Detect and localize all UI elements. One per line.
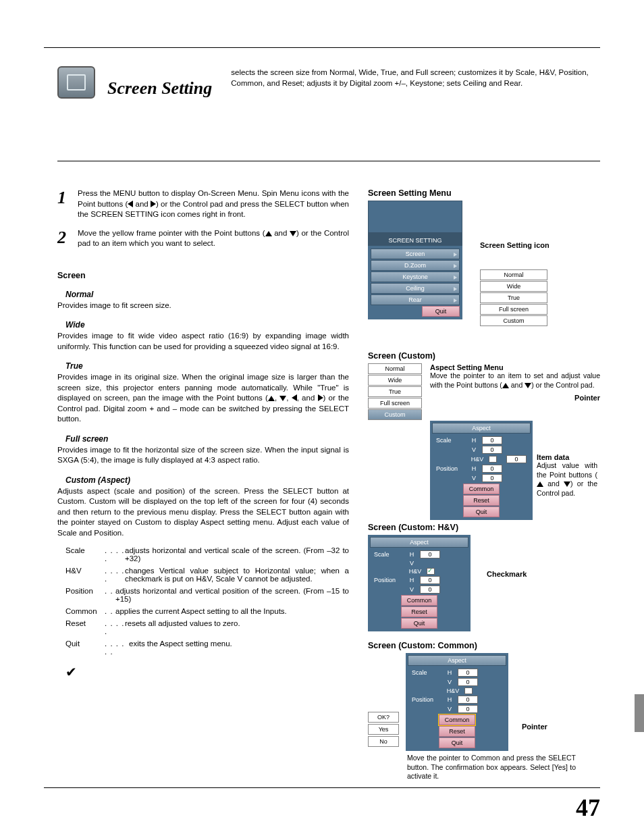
step-2: 2 Move the yellow frame pointer with the… (57, 228, 349, 249)
submenu-item[interactable]: Normal (368, 363, 422, 374)
menu-item[interactable]: Rear (371, 294, 460, 305)
menu-label: SCREEN SETTING (368, 233, 462, 246)
aspect-row: V0 (370, 585, 468, 594)
aspect-button[interactable]: Common (463, 484, 500, 494)
dots: . . . . . (105, 567, 125, 583)
dl-term: Reset (65, 619, 105, 635)
right-heading: Screen (Custom: H&V) (368, 523, 600, 532)
menu-quit[interactable]: Quit (422, 306, 460, 317)
body-text: Provides image to fit screen size. (57, 301, 349, 311)
aspect-button[interactable]: Common (439, 714, 475, 725)
menu-box: Screen D.Zoom Keystone Ceiling Rear Quit (368, 246, 462, 319)
checkmark-icon: ✔ (57, 664, 349, 680)
dl-row: Common. .applies the current Aspect sett… (65, 607, 349, 615)
rule-bottom (44, 787, 600, 788)
aspect-value[interactable]: 0 (482, 474, 502, 482)
dl-def: adjusts horizontal and vertical scale of… (125, 546, 349, 563)
dl-def: exits the Aspect setting menu. (129, 640, 349, 656)
aspect-button[interactable]: Quit (401, 618, 437, 629)
menu-outline: SCREEN SETTING Screen D.Zoom Keystone Ce… (368, 201, 462, 319)
menu-figure: SCREEN SETTING Screen D.Zoom Keystone Ce… (368, 201, 600, 327)
no-button[interactable]: No (368, 736, 399, 747)
triangle-down-icon (279, 396, 286, 401)
common-figure: OK? Yes No Aspect ScaleH0 V0 H&V Positio… (368, 653, 600, 751)
submenu-item[interactable]: Wide (368, 375, 422, 386)
yes-button[interactable]: Yes (368, 724, 399, 735)
checkbox-checked[interactable] (427, 568, 435, 575)
triangle-up-icon (265, 231, 272, 236)
header: Screen Setting selects the screen size f… (57, 66, 600, 99)
menu-item[interactable]: Screen (371, 249, 460, 259)
aspect-button[interactable]: Quit (463, 506, 500, 517)
dl-term: Position (65, 587, 105, 603)
section-heading: Screen (57, 271, 349, 280)
aspect-row: V0 (432, 445, 531, 454)
submenu-item[interactable]: Custom (480, 315, 547, 326)
hv-figure: Aspect ScaleH0 V H&V PositionH0 V0 Commo… (368, 535, 600, 631)
submenu-item[interactable]: Full screen (480, 304, 547, 315)
aspect-row: H&V (370, 567, 468, 575)
submenu-list: Normal Wide True Full screen Custom (368, 363, 422, 421)
submenu-list: Normal Wide True Full screen Custom (480, 269, 547, 326)
submenu-item[interactable]: Full screen (368, 398, 422, 409)
common-text: Move the pointer to Common and press the… (407, 754, 576, 781)
page: Screen Setting selects the screen size f… (0, 0, 644, 834)
aspect-button[interactable]: Reset (439, 726, 475, 737)
item-data-callout: Item data Adjust value with the Point bu… (537, 453, 597, 520)
aspect-value[interactable]: 0 (482, 436, 502, 444)
aspect-button[interactable]: Reset (401, 606, 437, 617)
triangle-up-icon (537, 481, 543, 487)
aspect-value[interactable]: 0 (482, 446, 502, 454)
aspect-panel: Aspect ScaleH0 V0 H&V0 PositionH0 V0 Com… (430, 421, 533, 520)
body-text: Provides image in its original size. Whe… (57, 372, 349, 425)
rule-head (57, 161, 600, 161)
sub-heading-fullscreen: Full screen (57, 434, 349, 444)
step-number: 1 (57, 190, 78, 220)
step-1: 1 Press the MENU button to display On-Sc… (57, 188, 349, 220)
dl-def: changes Vertical value subject to Horizo… (125, 567, 349, 583)
aspect-callout: Aspect Setting Menu Move the pointer to … (430, 363, 600, 402)
submenu-item[interactable]: True (480, 292, 547, 303)
aspect-row: ScaleH0 (370, 550, 468, 559)
aspect-value[interactable]: 0 (506, 455, 527, 463)
callout: Screen Setting icon (480, 241, 549, 249)
menu-item[interactable]: Keystone (371, 271, 460, 282)
aspect-value[interactable]: 0 (482, 465, 502, 473)
dots: . . . . . . (105, 640, 129, 656)
submenu-item[interactable]: True (368, 386, 422, 397)
aspect-row: PositionH0 (370, 575, 468, 585)
submenu-item[interactable]: Normal (480, 269, 547, 280)
checkbox[interactable] (489, 456, 497, 463)
dots: . . . . . (105, 619, 125, 635)
aspect-row: V0 (432, 473, 531, 483)
aspect-row: PositionH0 (432, 464, 531, 473)
triangle-down-icon (290, 231, 296, 236)
submenu-item[interactable]: Wide (480, 281, 547, 292)
triangle-right-icon (318, 394, 323, 401)
body-text: Adjusts aspect (scale and position) of t… (57, 486, 349, 539)
callout: Pointer (522, 723, 547, 731)
sub-heading-custom: Custom (Aspect) (57, 475, 349, 485)
submenu-item[interactable]: Custom (368, 409, 422, 420)
checkbox[interactable] (464, 687, 473, 694)
dots: . . (105, 587, 115, 603)
aspect-button[interactable]: Quit (439, 737, 475, 748)
item-data-text: Adjust value with the Point buttons ( an… (537, 461, 597, 498)
triangle-left-icon (128, 201, 133, 207)
thumb-tab (635, 694, 644, 732)
dl-term: H&V (65, 567, 105, 583)
dl-def: adjusts horizontal and vertical position… (115, 587, 349, 603)
dl-term: Quit (65, 640, 105, 656)
menu-item[interactable]: Ceiling (371, 283, 460, 294)
dl-row: Position. .adjusts horizontal and vertic… (65, 587, 349, 603)
aspect-panel: Aspect ScaleH0 V H&V PositionH0 V0 Commo… (368, 535, 471, 631)
aspect-panel-wrap: Aspect ScaleH0 V0 H&V0 PositionH0 V0 Com… (368, 421, 600, 520)
left-column: 1 Press the MENU button to display On-Sc… (57, 188, 361, 781)
aspect-text: Move the pointer to an item to set and a… (430, 371, 600, 390)
aspect-button[interactable]: Reset (463, 495, 500, 506)
right-heading: Screen Setting Menu (368, 188, 600, 198)
aspect-row: ScaleH0 (432, 436, 531, 445)
aspect-button[interactable]: Common (401, 595, 437, 606)
dl-row: Scale. . . . .adjusts horizontal and ver… (65, 546, 349, 563)
menu-item[interactable]: D.Zoom (371, 260, 460, 271)
